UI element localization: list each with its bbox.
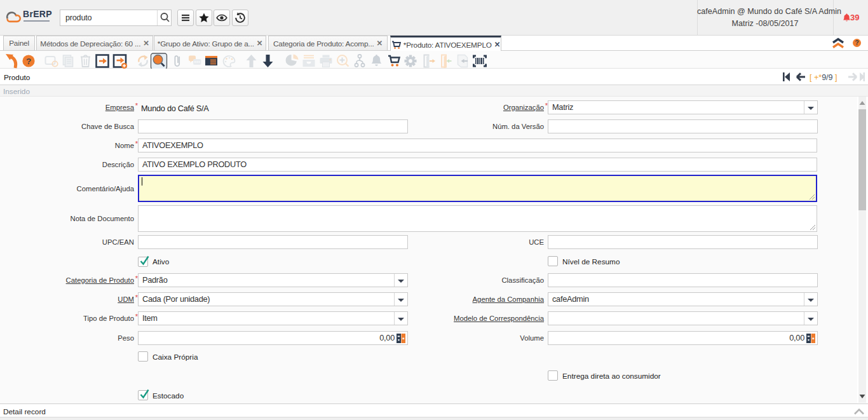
svg-text:?: ? (26, 57, 31, 66)
